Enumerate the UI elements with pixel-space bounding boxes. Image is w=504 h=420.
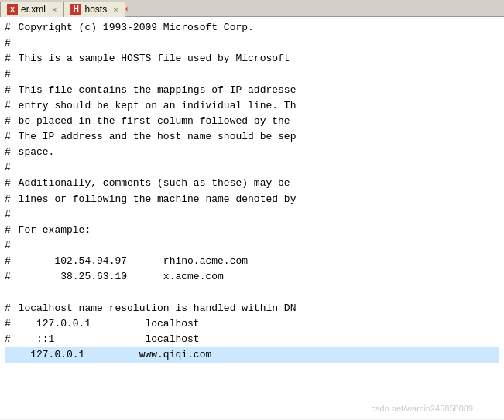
- line-prefix: #: [5, 176, 17, 191]
- hosts-icon: H: [70, 4, 81, 15]
- line-prefix: #: [5, 98, 17, 114]
- line-content: space.: [19, 145, 55, 160]
- line-prefix: #: [5, 332, 22, 347]
- editor-line: # 127.0.0.1 localhost: [5, 316, 499, 332]
- line-prefix: #: [5, 83, 17, 98]
- line-prefix: #: [5, 160, 17, 176]
- editor-line: # lines or following the machine name de…: [5, 192, 499, 207]
- line-content: 127.0.0.1 localhost: [24, 316, 199, 332]
- editor-line: [5, 285, 499, 300]
- editor-line: # Additionally, comments (such as these)…: [5, 176, 499, 191]
- editor-line: # ::1 localhost: [5, 332, 499, 347]
- line-prefix: [5, 285, 17, 300]
- line-content: 127.0.0.1 www.qiqi.com: [19, 347, 212, 363]
- line-content: For example:: [19, 223, 91, 238]
- line-prefix: #: [5, 301, 17, 316]
- editor-line: # For example:: [5, 223, 499, 238]
- line-content: be placed in the first column followed b…: [19, 114, 290, 129]
- line-content: The IP address and the host name should …: [19, 129, 297, 145]
- line-prefix: #: [5, 129, 17, 145]
- line-prefix: #: [5, 20, 17, 36]
- line-content: This file contains the mappings of IP ad…: [19, 83, 297, 98]
- xml-icon: x: [7, 4, 18, 15]
- line-content: Copyright (c) 1993-2009 Microsoft Corp.: [19, 20, 254, 36]
- editor-line: #: [5, 238, 499, 254]
- editor-line: # The IP address and the host name shoul…: [5, 129, 499, 145]
- tab-xml-close[interactable]: ×: [52, 5, 57, 14]
- line-prefix: #: [5, 51, 17, 67]
- line-prefix: #: [5, 67, 17, 82]
- editor-line: # localhost name resolution is handled w…: [5, 301, 499, 316]
- tab-hosts-label: hosts: [84, 4, 107, 15]
- line-content: ::1 localhost: [24, 332, 199, 347]
- editor-line: # 102.54.94.97 rhino.acme.com: [5, 254, 499, 269]
- tab-xml-label: er.xml: [21, 4, 46, 15]
- line-prefix: #: [5, 207, 17, 223]
- tab-hosts[interactable]: H hosts ×: [63, 2, 125, 17]
- editor-area[interactable]: # Copyright (c) 1993-2009 Microsoft Corp…: [0, 17, 504, 419]
- line-prefix: [5, 347, 17, 363]
- editor-line: #: [5, 67, 499, 82]
- editor-line: 127.0.0.1 www.qiqi.com: [5, 347, 499, 363]
- editor-line: # entry should be kept on an individual …: [5, 98, 499, 114]
- line-prefix: #: [5, 114, 17, 129]
- line-prefix: #: [5, 316, 22, 332]
- editor-wrapper: # Copyright (c) 1993-2009 Microsoft Corp…: [0, 17, 504, 419]
- line-prefix: #: [5, 238, 17, 254]
- line-content: localhost name resolution is handled wit…: [19, 301, 297, 316]
- tab-hosts-close[interactable]: ×: [113, 5, 118, 14]
- editor-line: # space.: [5, 145, 499, 160]
- line-content: entry should be kept on an individual li…: [19, 98, 297, 114]
- line-prefix: #: [5, 223, 17, 238]
- editor-line: # be placed in the first column followed…: [5, 114, 499, 129]
- line-content: lines or following the machine name deno…: [19, 192, 297, 207]
- tab-bar: x er.xml × H hosts × ←: [0, 0, 504, 17]
- line-content: This is a sample HOSTS file used by Micr…: [19, 51, 290, 67]
- line-prefix: #: [5, 192, 17, 207]
- line-prefix: #: [5, 36, 17, 51]
- editor-line: # Copyright (c) 1993-2009 Microsoft Corp…: [5, 20, 499, 36]
- line-prefix: #: [5, 269, 17, 285]
- editor-line: # 38.25.63.10 x.acme.com: [5, 269, 499, 285]
- editor-line: # This file contains the mappings of IP …: [5, 83, 499, 98]
- editor-line: # This is a sample HOSTS file used by Mi…: [5, 51, 499, 67]
- editor-line: #: [5, 36, 499, 51]
- line-content: 102.54.94.97 rhino.acme.com: [19, 254, 248, 269]
- line-content: 38.25.63.10 x.acme.com: [19, 269, 224, 285]
- editor-line: #: [5, 160, 499, 176]
- line-prefix: #: [5, 145, 17, 160]
- editor-line: #: [5, 207, 499, 223]
- line-content: Additionally, comments (such as these) m…: [19, 176, 290, 191]
- arrow-indicator: ←: [125, 2, 135, 17]
- tab-xml[interactable]: x er.xml ×: [0, 2, 63, 17]
- line-prefix: #: [5, 254, 17, 269]
